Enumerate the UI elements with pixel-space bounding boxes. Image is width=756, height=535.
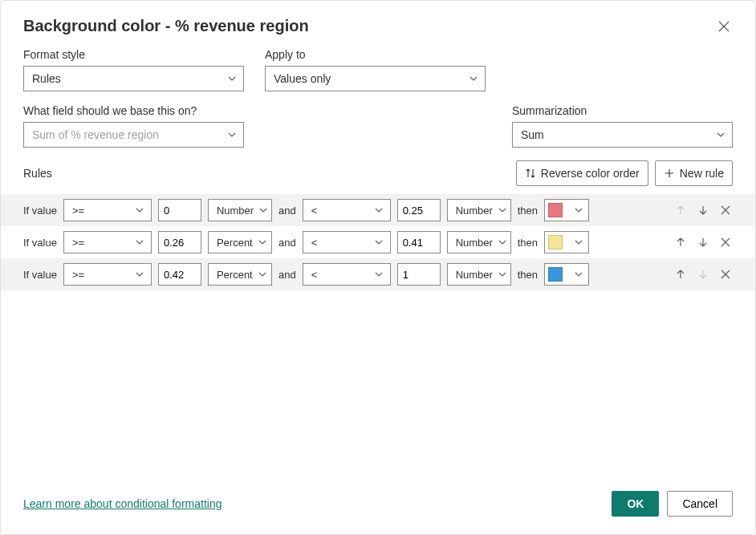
arrow-up-icon [675, 269, 686, 280]
rules-list: If value>=Numberand<NumberthenIf value>=… [1, 194, 755, 290]
chevron-down-icon [498, 270, 507, 279]
format-style-select[interactable]: Rules [23, 66, 244, 91]
dialog-title: Background color - % revenue region [23, 17, 309, 35]
plus-icon [664, 168, 675, 179]
rule-row: If value>=Percentand<Numberthen [1, 258, 755, 290]
new-rule-button[interactable]: New rule [655, 160, 733, 186]
color-swatch [548, 235, 563, 249]
type-1-select[interactable]: Number [208, 199, 272, 221]
reverse-label: Reverse color order [541, 167, 640, 180]
type-2-select[interactable]: Number [447, 231, 511, 253]
color-select[interactable] [544, 231, 589, 253]
value-2-input[interactable] [397, 199, 441, 221]
chevron-down-icon [469, 74, 478, 83]
move-up-button[interactable] [673, 267, 688, 282]
type-2-value: Number [456, 269, 493, 281]
chevron-down-icon [227, 130, 237, 140]
rule-row: If value>=Percentand<Numberthen [1, 226, 755, 258]
value-1-input[interactable] [158, 263, 201, 286]
arrow-up-icon [675, 237, 686, 248]
operator-1-select[interactable]: >= [63, 263, 152, 286]
type-2-select[interactable]: Number [447, 263, 511, 286]
dialog-footer: Learn more about conditional formatting … [1, 478, 755, 534]
operator-1-select[interactable]: >= [63, 231, 152, 253]
move-down-button [696, 267, 710, 282]
move-up-button [673, 203, 688, 217]
move-down-button[interactable] [696, 235, 710, 249]
type-1-select[interactable]: Percent [208, 263, 272, 286]
chevron-down-icon [374, 205, 384, 215]
chevron-down-icon [135, 237, 144, 247]
delete-rule-button[interactable] [718, 203, 733, 217]
apply-to-label: Apply to [265, 48, 486, 61]
operator-1-value: >= [72, 205, 84, 217]
value-2-input[interactable] [397, 231, 441, 253]
cancel-button[interactable]: Cancel [667, 491, 733, 517]
apply-to-select[interactable]: Values only [265, 66, 486, 91]
type-1-select[interactable]: Percent [208, 231, 272, 253]
close-icon [718, 21, 730, 32]
chevron-down-icon [135, 205, 144, 215]
chevron-down-icon [374, 237, 384, 247]
chevron-down-icon [374, 270, 384, 279]
operator-2-value: < [311, 269, 318, 281]
value-2-input[interactable] [397, 263, 441, 286]
type-2-value: Number [456, 205, 493, 217]
chevron-down-icon [574, 237, 583, 247]
type-2-select[interactable]: Number [447, 199, 511, 221]
dialog-content: Format style Rules Apply to Values only … [1, 42, 755, 478]
delete-rule-button[interactable] [718, 235, 733, 249]
delete-rule-button[interactable] [718, 267, 733, 282]
color-swatch [548, 267, 563, 282]
color-select[interactable] [544, 199, 589, 221]
summarization-label: Summarization [512, 104, 733, 117]
sort-icon [525, 168, 536, 179]
value-1-input[interactable] [158, 199, 201, 221]
ok-button[interactable]: OK [612, 491, 659, 517]
operator-1-value: >= [72, 269, 84, 281]
arrow-down-icon [697, 237, 709, 248]
chevron-down-icon [227, 74, 237, 83]
if-value-label: If value [23, 205, 57, 217]
arrow-down-icon [697, 205, 709, 216]
then-label: then [518, 237, 538, 249]
then-label: then [518, 205, 538, 217]
chevron-down-icon [574, 205, 583, 215]
move-up-button[interactable] [673, 235, 688, 249]
base-field-value: Sum of % revenue region [32, 128, 159, 141]
reverse-color-order-button[interactable]: Reverse color order [516, 160, 648, 186]
conditional-formatting-dialog: Background color - % revenue region Form… [0, 0, 756, 535]
base-field-select[interactable]: Sum of % revenue region [23, 122, 244, 148]
rules-label: Rules [23, 167, 52, 180]
and-label: and [278, 269, 296, 281]
type-2-value: Number [456, 237, 493, 249]
chevron-down-icon [258, 205, 268, 215]
dialog-header: Background color - % revenue region [1, 1, 755, 42]
value-1-input[interactable] [158, 231, 201, 253]
color-select[interactable] [544, 263, 589, 286]
chevron-down-icon [258, 270, 267, 279]
and-label: and [278, 205, 296, 217]
color-swatch [548, 203, 563, 217]
apply-to-value: Values only [274, 72, 331, 85]
operator-2-select[interactable]: < [303, 231, 391, 253]
operator-1-value: >= [72, 237, 84, 249]
operator-2-value: < [311, 205, 318, 217]
operator-2-select[interactable]: < [303, 263, 391, 286]
summarization-select[interactable]: Sum [512, 122, 733, 148]
arrow-down-icon [697, 269, 709, 280]
base-field-label: What field should we base this on? [23, 104, 244, 117]
new-rule-label: New rule [680, 167, 724, 180]
rule-row: If value>=Numberand<Numberthen [1, 194, 755, 226]
close-icon [720, 205, 731, 216]
chevron-down-icon [498, 237, 507, 247]
operator-2-select[interactable]: < [303, 199, 391, 221]
move-down-button[interactable] [696, 203, 710, 217]
arrow-up-icon [675, 205, 686, 216]
close-button[interactable] [715, 18, 733, 35]
learn-more-link[interactable]: Learn more about conditional formatting [23, 497, 222, 510]
format-style-label: Format style [23, 48, 244, 61]
summarization-value: Sum [521, 128, 544, 141]
operator-1-select[interactable]: >= [63, 199, 152, 221]
format-style-value: Rules [32, 72, 61, 85]
